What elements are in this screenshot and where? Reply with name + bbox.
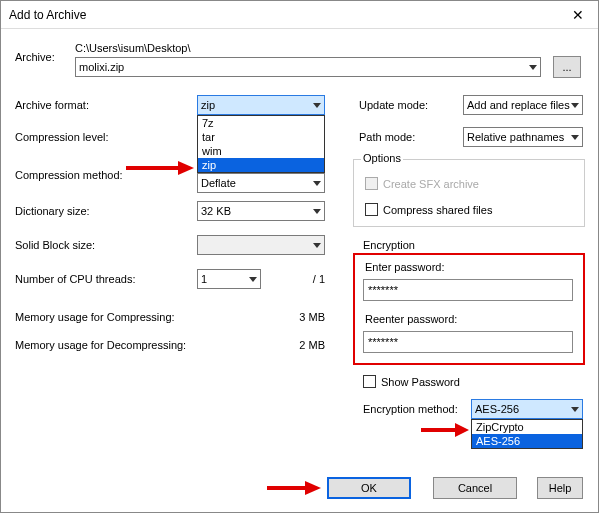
arrow-icon — [265, 479, 323, 497]
chevron-down-icon — [313, 243, 321, 248]
browse-button[interactable]: ... — [553, 56, 581, 78]
chevron-down-icon — [249, 277, 257, 282]
options-fieldset-label: Options — [361, 152, 403, 164]
mem-compressing-label: Memory usage for Compressing: — [15, 311, 175, 323]
compression-method-select[interactable]: Deflate — [197, 173, 325, 193]
mem-decompressing-label: Memory usage for Decompressing: — [15, 339, 186, 351]
compress-shared-checkbox[interactable]: Compress shared files — [365, 203, 492, 216]
compression-level-label: Compression level: — [15, 131, 109, 143]
encryption-fieldset-label: Encryption — [361, 239, 417, 251]
encryption-method-label: Encryption method: — [363, 403, 458, 415]
archive-format-value: zip — [201, 99, 215, 111]
arrow-icon — [124, 159, 196, 177]
update-mode-value: Add and replace files — [467, 99, 570, 111]
enter-password-label: Enter password: — [365, 261, 444, 273]
format-option-wim[interactable]: wim — [198, 144, 324, 158]
archive-format-label: Archive format: — [15, 99, 89, 111]
arrow-icon — [419, 421, 471, 439]
path-mode-select[interactable]: Relative pathnames — [463, 127, 583, 147]
cpu-threads-label: Number of CPU threads: — [15, 273, 135, 285]
path-mode-value: Relative pathnames — [467, 131, 564, 143]
chevron-down-icon — [571, 135, 579, 140]
chevron-down-icon — [571, 407, 579, 412]
dialog-content: Archive: C:\Users\isum\Desktop\ molixi.z… — [1, 29, 598, 512]
show-password-checkbox[interactable]: Show Password — [363, 375, 460, 388]
cancel-button[interactable]: Cancel — [433, 477, 517, 499]
archive-format-select[interactable]: zip — [197, 95, 325, 115]
cpu-threads-select[interactable]: 1 — [197, 269, 261, 289]
browse-label: ... — [562, 61, 571, 73]
archive-path: C:\Users\isum\Desktop\ — [75, 42, 191, 54]
compression-method-value: Deflate — [201, 177, 236, 189]
archive-format-dropdown[interactable]: 7z tar wim zip — [197, 115, 325, 173]
reenter-password-label: Reenter password: — [365, 313, 457, 325]
enc-option-zipcrypto[interactable]: ZipCrypto — [472, 420, 582, 434]
enc-option-aes256[interactable]: AES-256 — [472, 434, 582, 448]
checkbox-icon — [363, 375, 376, 388]
compression-method-label: Compression method: — [15, 169, 123, 181]
checkbox-icon — [365, 177, 378, 190]
encryption-method-select[interactable]: AES-256 — [471, 399, 583, 419]
svg-marker-3 — [455, 423, 469, 437]
solid-block-size-label: Solid Block size: — [15, 239, 95, 251]
format-option-tar[interactable]: tar — [198, 130, 324, 144]
dialog-window: Add to Archive ✕ Archive: C:\Users\isum\… — [0, 0, 599, 513]
dictionary-size-value: 32 KB — [201, 205, 231, 217]
update-mode-label: Update mode: — [359, 99, 428, 111]
close-button[interactable]: ✕ — [558, 1, 598, 29]
mem-decompressing-value: 2 MB — [281, 339, 325, 351]
ok-button[interactable]: OK — [327, 477, 411, 499]
archive-filename-text: molixi.zip — [79, 61, 124, 73]
cpu-threads-value: 1 — [201, 273, 207, 285]
cancel-label: Cancel — [458, 482, 492, 494]
window-title: Add to Archive — [9, 8, 86, 22]
chevron-down-icon — [529, 65, 537, 70]
dictionary-size-label: Dictionary size: — [15, 205, 90, 217]
svg-marker-5 — [305, 481, 321, 495]
chevron-down-icon — [571, 103, 579, 108]
archive-label: Archive: — [15, 51, 55, 63]
format-option-7z[interactable]: 7z — [198, 116, 324, 130]
compress-shared-label: Compress shared files — [383, 204, 492, 216]
cpu-threads-total: / 1 — [297, 273, 325, 285]
solid-block-size-select — [197, 235, 325, 255]
show-password-label: Show Password — [381, 376, 460, 388]
reenter-password-input[interactable] — [363, 331, 573, 353]
chevron-down-icon — [313, 181, 321, 186]
create-sfx-checkbox: Create SFX archive — [365, 177, 479, 190]
encryption-method-dropdown[interactable]: ZipCrypto AES-256 — [471, 419, 583, 449]
format-option-zip[interactable]: zip — [198, 158, 324, 172]
svg-marker-1 — [178, 161, 194, 175]
path-mode-label: Path mode: — [359, 131, 415, 143]
create-sfx-label: Create SFX archive — [383, 178, 479, 190]
archive-filename-input[interactable]: molixi.zip — [75, 57, 541, 77]
mem-compressing-value: 3 MB — [281, 311, 325, 323]
chevron-down-icon — [313, 209, 321, 214]
encryption-method-value: AES-256 — [475, 403, 519, 415]
checkbox-icon — [365, 203, 378, 216]
options-fieldset — [353, 159, 585, 227]
titlebar: Add to Archive ✕ — [1, 1, 598, 29]
chevron-down-icon — [313, 103, 321, 108]
close-icon: ✕ — [572, 7, 584, 23]
ok-label: OK — [361, 482, 377, 494]
help-label: Help — [549, 482, 572, 494]
enter-password-input[interactable] — [363, 279, 573, 301]
update-mode-select[interactable]: Add and replace files — [463, 95, 583, 115]
help-button[interactable]: Help — [537, 477, 583, 499]
dictionary-size-select[interactable]: 32 KB — [197, 201, 325, 221]
